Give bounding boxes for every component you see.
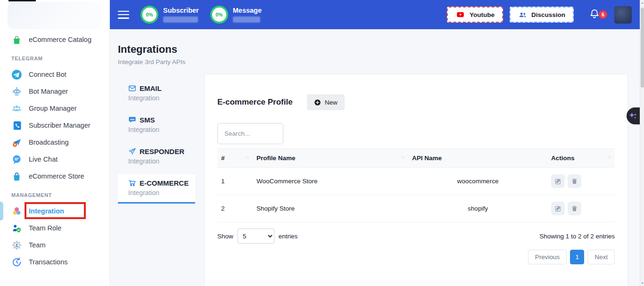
sidebar-item-subscriber-manager[interactable]: Subscriber Manager [0, 117, 109, 134]
message-progress-ring: 0% [210, 6, 228, 24]
message-stat: 0% Message [210, 6, 262, 24]
users-icon [518, 10, 527, 19]
discussion-button[interactable]: Discussion [510, 7, 574, 23]
sidebar-item-label: Team Role [29, 224, 61, 232]
search-input[interactable] [217, 123, 283, 144]
edit-icon [554, 178, 562, 185]
sidebar-item-bot-manager[interactable]: Bot Manager [0, 83, 109, 100]
users-group-icon [11, 103, 22, 114]
subnav-item-sms[interactable]: SMS SMS Integration [118, 111, 195, 138]
column-header-actions[interactable]: Actions↑↓ [547, 149, 615, 168]
history-clock-icon [11, 257, 22, 268]
notification-bell-button[interactable]: 6 [589, 8, 600, 22]
telegram-icon [11, 69, 22, 80]
profile-name-cell: WooCommerce Store [253, 168, 408, 195]
active-indicator-bar [0, 202, 3, 221]
row-index: 1 [217, 168, 253, 195]
trash-icon [571, 178, 578, 185]
contact-book-icon [11, 120, 22, 131]
subnav-item-responder[interactable]: RESPONDER Integration [118, 143, 195, 170]
sidebar-item-transactions[interactable]: Transactions [0, 253, 109, 270]
ai-sparkle-button[interactable] [627, 107, 640, 124]
scroll-up-arrow[interactable]: ▲ [640, 1, 644, 4]
svg-text:SMS: SMS [130, 118, 134, 121]
table-row: 2 Shopify Store shopify [217, 195, 615, 222]
shopping-bag-blue-icon [11, 171, 22, 182]
logo-topline [8, 0, 36, 1]
edit-button[interactable] [551, 174, 565, 188]
page-subtitle: Integrate 3rd Party APIs [118, 58, 628, 65]
sort-icon[interactable]: ↑↓ [608, 155, 611, 160]
subnav-item-ecommerce[interactable]: E-COMMERCE Integration [118, 174, 195, 204]
sidebar-item-team-role[interactable]: Team Role [0, 220, 109, 237]
row-index: 2 [217, 195, 253, 222]
delete-button[interactable] [568, 174, 581, 188]
shopping-cart-icon [128, 179, 136, 187]
new-button[interactable]: New [307, 94, 345, 110]
subscriber-redacted-value [163, 16, 198, 23]
scrollbar-thumb[interactable] [641, 8, 644, 88]
scroll-down-arrow[interactable]: ▼ [640, 282, 644, 285]
sidebar-item-label: Connect Bot [29, 71, 66, 78]
sparkles-icon [628, 111, 638, 121]
actions-cell [547, 195, 615, 222]
integration-circles-icon [11, 206, 22, 217]
profiles-table: #↑↓ Profile Name↑↓ API Name Actions↑↓ 1 … [217, 148, 615, 222]
entries-summary: Showing 1 to 2 of 2 entries [539, 233, 615, 240]
profile-name-cell: Shopify Store [253, 195, 408, 222]
youtube-button[interactable]: Youtube [447, 7, 503, 23]
sidebar: eCommerce Catalog TELEGRAM Connect Bot B… [0, 0, 110, 286]
robot-icon [11, 86, 22, 97]
avatar[interactable] [614, 6, 632, 24]
sidebar-item-group-manager[interactable]: Group Manager [0, 100, 109, 117]
api-name-cell: shopify [408, 195, 547, 222]
entries-label: entries [279, 233, 298, 240]
next-page-button[interactable]: Next [587, 250, 615, 264]
sidebar-item-connect-bot[interactable]: Connect Bot [0, 66, 109, 83]
plus-circle-icon [314, 99, 321, 106]
send-plane-icon [128, 147, 136, 155]
previous-page-button[interactable]: Previous [528, 250, 567, 264]
sidebar-item-label: Integration [29, 207, 64, 215]
column-header-api-name[interactable]: API Name [408, 149, 547, 168]
sidebar-item-label: Live Chat [29, 155, 58, 163]
card-title: E-commerce Profile [217, 98, 293, 107]
sort-icon[interactable]: ↑↓ [401, 155, 405, 160]
sidebar-item-label: Subscriber Manager [29, 122, 91, 129]
sidebar-item-team[interactable]: Team [0, 237, 109, 253]
sidebar-item-label: Bot Manager [29, 88, 68, 95]
subscriber-progress-ring: 0% [140, 6, 158, 24]
page-title: Integrations [118, 43, 628, 56]
chat-bubble-icon [11, 154, 22, 165]
current-page-button[interactable]: 1 [570, 250, 584, 264]
message-stat-label: Message [233, 7, 262, 14]
delete-button[interactable] [568, 202, 581, 215]
sidebar-item-integration[interactable]: Integration [0, 203, 109, 220]
hamburger-menu-icon[interactable] [118, 11, 129, 19]
show-label: Show [217, 233, 233, 240]
sidebar-section-telegram: TELEGRAM [0, 56, 109, 61]
topbar: 0% Subscriber 0% Message Youtube Di [110, 0, 644, 29]
subnav-item-email[interactable]: EMAIL Integration [118, 80, 195, 106]
sidebar-item-ecommerce-store[interactable]: eCommerce Store [0, 168, 109, 185]
table-header-row: #↑↓ Profile Name↑↓ API Name Actions↑↓ [217, 149, 615, 168]
sidebar-item-label: eCommerce Store [29, 172, 84, 180]
column-header-index[interactable]: #↑↓ [217, 149, 253, 168]
sidebar-item-ecommerce-catalog[interactable]: eCommerce Catalog [0, 31, 109, 48]
api-name-cell: woocommerce [408, 168, 547, 195]
column-header-profile-name[interactable]: Profile Name↑↓ [253, 149, 408, 168]
notification-count-badge: 6 [599, 10, 607, 19]
sort-icon[interactable]: ↑↓ [246, 155, 249, 160]
actions-cell [547, 168, 615, 195]
sidebar-item-label: Group Manager [29, 105, 77, 112]
sms-icon: SMS [128, 116, 136, 124]
edit-icon [554, 205, 562, 212]
sidebar-item-live-chat[interactable]: Live Chat [0, 151, 109, 168]
edit-button[interactable] [551, 202, 565, 215]
user-shield-icon [11, 223, 22, 234]
page-size-select[interactable]: 5 [238, 229, 274, 244]
sidebar-item-label: Broadcasting [29, 139, 69, 146]
sidebar-item-label: Transactions [29, 258, 67, 266]
sidebar-item-broadcasting[interactable]: Broadcasting [0, 134, 109, 151]
sidebar-item-label: eCommerce Catalog [29, 36, 91, 43]
